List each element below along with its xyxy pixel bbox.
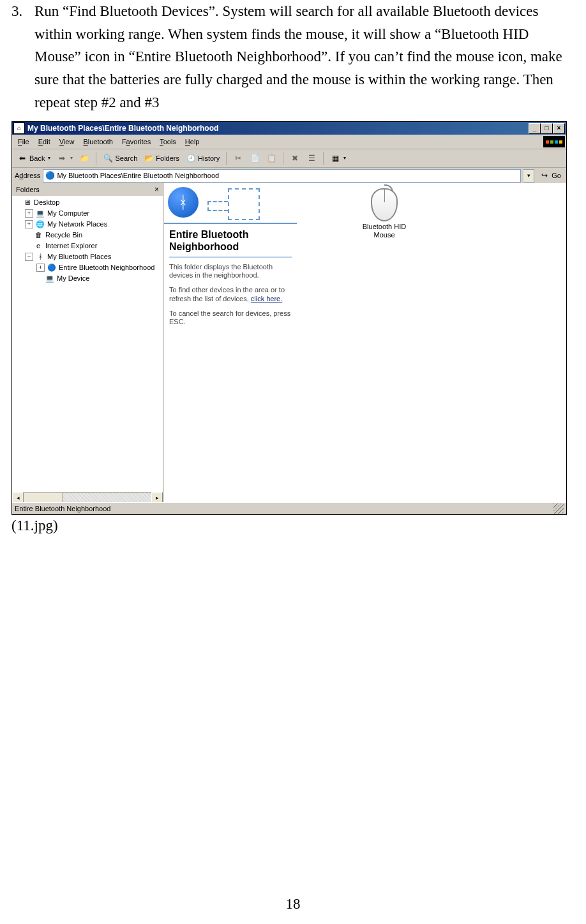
tree-label: My Computer: [47, 209, 89, 218]
menu-favorites[interactable]: Favorites: [117, 137, 155, 147]
menu-edit[interactable]: Edit: [34, 137, 55, 147]
neighborhood-graphic: [228, 188, 260, 220]
properties-icon: ☰: [306, 153, 317, 163]
tree-item[interactable]: 💻My Device: [13, 273, 163, 284]
search-icon: 🔍: [103, 153, 113, 163]
tree-label: Internet Explorer: [45, 242, 97, 250]
tree-icon: 🖥: [22, 198, 32, 208]
tree-icon: 🔵: [47, 263, 57, 273]
history-button[interactable]: 🕘History: [183, 152, 222, 165]
tree-item[interactable]: +💻My Computer: [13, 208, 163, 219]
cut-button[interactable]: ✂: [230, 152, 246, 165]
go-button[interactable]: ↪Go: [537, 169, 564, 182]
properties-button[interactable]: ☰: [304, 152, 319, 165]
device-item[interactable]: Bluetooth HID Mouse: [356, 188, 413, 239]
instruction-step: 3.Run “Find Bluetooth Devices”. System w…: [11, 0, 575, 114]
folders-icon: 📂: [144, 153, 154, 163]
tree-icon: e: [33, 241, 43, 251]
copy-button[interactable]: 📄: [247, 152, 262, 165]
expand-toggle[interactable]: +: [36, 264, 45, 272]
menubar: File Edit View Bluetooth Favorites Tools…: [12, 135, 566, 149]
tree-item[interactable]: +🔵Entire Bluetooth Neighborhood: [13, 262, 163, 273]
menu-bluetooth[interactable]: Bluetooth: [79, 137, 117, 147]
close-panel-button[interactable]: ×: [154, 185, 159, 194]
resize-grip-icon[interactable]: [553, 503, 564, 514]
info-text-1: This folder displays the Bluetooth devic…: [164, 263, 297, 286]
address-bar: Address 🔵 My Bluetooth Places\Entire Blu…: [12, 168, 566, 184]
image-caption: (11.jpg): [11, 518, 575, 534]
tree-item[interactable]: −ᚼMy Bluetooth Places: [13, 251, 163, 262]
up-icon: 📁: [79, 153, 89, 163]
tree-item[interactable]: eInternet Explorer: [13, 241, 163, 251]
scroll-thumb[interactable]: [24, 493, 63, 503]
menu-help[interactable]: Help: [181, 137, 204, 147]
window-title: My Bluetooth Places\Entire Bluetooth Nei…: [27, 124, 218, 133]
device-label: Bluetooth HID Mouse: [356, 223, 413, 239]
window-icon: ⌂: [13, 123, 25, 134]
tree-item[interactable]: 🗑Recycle Bin: [13, 230, 163, 241]
forward-icon: ➡: [57, 153, 67, 163]
copy-icon: 📄: [250, 153, 260, 163]
expand-toggle[interactable]: +: [25, 209, 33, 218]
folder-tree[interactable]: 🖥Desktop+💻My Computer+🌐My Network Places…: [12, 196, 163, 492]
back-icon: ⬅: [17, 153, 27, 163]
cut-icon: ✂: [233, 153, 243, 163]
page-number: 18: [0, 896, 586, 913]
go-icon: ↪: [539, 170, 550, 181]
up-button[interactable]: 📁: [77, 152, 92, 165]
info-text-2: To find other devices in the area or to …: [164, 286, 297, 309]
back-button[interactable]: ⬅Back▾: [15, 152, 53, 165]
minimize-button[interactable]: _: [529, 123, 541, 134]
info-title: Entire Bluetooth Neighborhood: [164, 224, 297, 255]
folders-header: Folders ×: [12, 183, 163, 196]
address-dropdown[interactable]: ▾: [523, 169, 534, 183]
tree-icon: 🌐: [35, 220, 45, 230]
folders-panel: Folders × 🖥Desktop+💻My Computer+🌐My Netw…: [12, 183, 164, 503]
views-button[interactable]: ▦▾: [327, 152, 349, 165]
menu-file[interactable]: File: [13, 137, 34, 147]
expand-toggle[interactable]: −: [25, 253, 33, 261]
paste-icon: 📋: [266, 153, 276, 163]
status-bar: Entire Bluetooth Neighborhood: [12, 502, 566, 514]
tree-label: My Bluetooth Places: [47, 253, 111, 261]
location-icon: 🔵: [45, 170, 55, 181]
address-field[interactable]: 🔵 My Bluetooth Places\Entire Bluetooth N…: [43, 169, 521, 183]
windows-flag-icon: [543, 136, 565, 147]
views-icon: ▦: [330, 153, 340, 163]
tree-label: My Network Places: [47, 220, 107, 228]
content-area[interactable]: ᚼ Entire Bluetooth Neighborhood This fol…: [164, 183, 566, 503]
step-text: Run “Find Bluetooth Devices”. System wil…: [34, 0, 566, 114]
history-icon: 🕘: [186, 153, 196, 163]
forward-button[interactable]: ➡▾: [54, 152, 75, 165]
delete-icon: ✖: [290, 153, 300, 163]
search-button[interactable]: 🔍Search: [100, 152, 140, 165]
tree-label: Desktop: [34, 198, 59, 207]
folders-button[interactable]: 📂Folders: [141, 152, 182, 165]
mouse-icon: [370, 188, 398, 221]
menu-tools[interactable]: Tools: [155, 137, 181, 147]
delete-button[interactable]: ✖: [287, 152, 303, 165]
address-label: Address: [15, 172, 40, 180]
tree-label: Entire Bluetooth Neighborhood: [59, 264, 154, 272]
horizontal-scrollbar[interactable]: ◂ ▸: [12, 492, 163, 503]
toolbar: ⬅Back▾ ➡▾ 📁 🔍Search 📂Folders 🕘History ✂ …: [12, 149, 566, 168]
tree-icon: 💻: [45, 274, 55, 284]
click-here-link[interactable]: click here.: [251, 295, 283, 302]
info-panel: ᚼ Entire Bluetooth Neighborhood This fol…: [164, 183, 297, 332]
tree-icon: 💻: [35, 209, 45, 219]
menu-view[interactable]: View: [55, 137, 79, 147]
maximize-button[interactable]: □: [541, 123, 553, 134]
paste-button[interactable]: 📋: [264, 152, 279, 165]
step-number: 3.: [11, 0, 34, 23]
expand-toggle[interactable]: +: [25, 220, 33, 228]
titlebar[interactable]: ⌂ My Bluetooth Places\Entire Bluetooth N…: [12, 122, 566, 135]
chevron-down-icon: ▾: [48, 155, 50, 161]
tree-item[interactable]: +🌐My Network Places: [13, 219, 163, 230]
screenshot-window: ⌂ My Bluetooth Places\Entire Bluetooth N…: [11, 121, 567, 515]
tree-item[interactable]: 🖥Desktop: [13, 197, 163, 208]
info-banner: ᚼ: [164, 183, 297, 224]
info-text-3: To cancel the search for devices, press …: [164, 309, 297, 332]
address-value: My Bluetooth Places\Entire Bluetooth Nei…: [57, 172, 219, 180]
status-text: Entire Bluetooth Neighborhood: [15, 505, 110, 513]
close-button[interactable]: ×: [553, 123, 565, 134]
